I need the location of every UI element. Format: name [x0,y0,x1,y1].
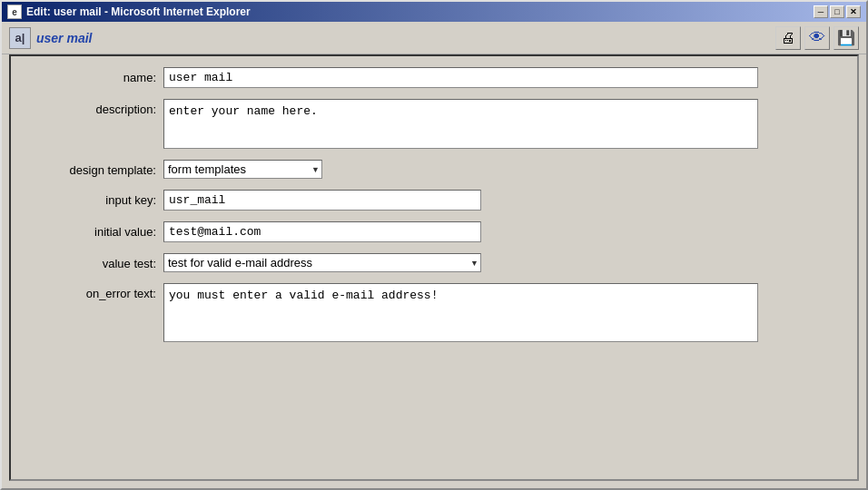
toolbar-text-icon: a| [9,27,31,49]
initial-value-label: initial value: [29,221,156,239]
name-label: name: [29,67,156,84]
restore-button[interactable]: □ [830,5,844,18]
input-key-label: input key: [29,190,156,207]
on-error-textarea[interactable] [163,283,758,342]
print-button[interactable]: 🖨 [775,26,801,50]
description-textarea[interactable] [163,99,758,149]
toolbar-icon-label: a| [15,31,25,44]
description-row: description: [29,99,839,149]
toolbar-left: a| user mail [9,27,92,49]
design-template-row: design template: form templates default … [29,160,839,179]
design-template-wrapper: form templates default custom [163,160,322,179]
toolbar-actions: 🖨 👁 💾 [775,26,859,50]
value-test-label: value test: [29,253,156,270]
close-button[interactable]: ✕ [846,5,861,18]
description-label: description: [29,99,156,116]
on-error-label: on_error text: [29,283,156,300]
value-test-row: value test: test for valid e-mail addres… [29,253,839,272]
input-key-row: input key: [29,190,839,211]
preview-button[interactable]: 👁 [804,26,830,50]
name-input[interactable] [163,67,758,88]
form-content-area: name: description: design template: form… [9,54,859,481]
name-row: name: [29,67,839,88]
title-icon: e [7,5,22,19]
browser-window: e Edit: user mail - Microsoft Internet E… [0,0,868,490]
title-buttons: ─ □ ✕ [814,5,861,18]
value-test-wrapper: test for valid e-mail address none requi… [163,253,481,272]
initial-value-input[interactable] [163,221,481,242]
toolbar-page-title: user mail [36,31,92,45]
title-bar-left: e Edit: user mail - Microsoft Internet E… [7,5,251,19]
on-error-row: on_error text: [29,283,839,342]
toolbar: a| user mail 🖨 👁 💾 [2,22,866,54]
value-test-select[interactable]: test for valid e-mail address none requi… [163,253,481,272]
design-template-label: design template: [29,160,156,177]
design-template-select[interactable]: form templates default custom [163,160,322,179]
save-button[interactable]: 💾 [833,26,859,50]
title-bar: e Edit: user mail - Microsoft Internet E… [2,2,866,22]
minimize-button[interactable]: ─ [814,5,828,18]
initial-value-row: initial value: [29,221,839,242]
window-title: Edit: user mail - Microsoft Internet Exp… [26,5,251,18]
input-key-input[interactable] [163,190,481,211]
